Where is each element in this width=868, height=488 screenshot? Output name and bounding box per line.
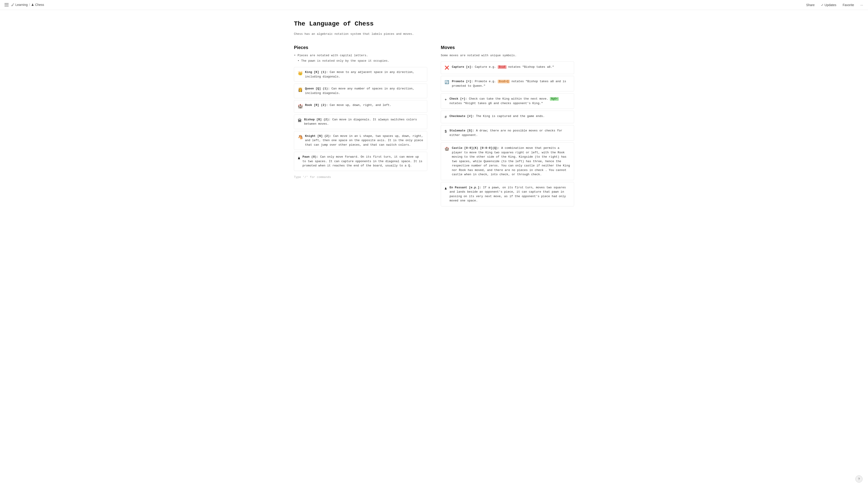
chess-icon: ♟ — [31, 2, 34, 7]
favorite-button[interactable]: Favorite — [841, 2, 856, 8]
move-card-3: # Checkmate [#]: The King is captured an… — [441, 111, 574, 123]
move-desc-before-3: The King is captured and the game ends. — [476, 115, 545, 118]
pieces-column: Pieces Pieces are notated with capital l… — [294, 44, 427, 208]
move-text-6: En Passant [e.p.]: If a pawn, on its fir… — [450, 185, 570, 203]
bullet-2: The pawn is notated only by the space it… — [294, 59, 427, 63]
move-name-4: Stalemate [$]: — [450, 129, 474, 132]
move-icon-4: $ — [445, 129, 447, 134]
move-icon-5: 🏰 — [445, 146, 449, 152]
move-card-2: + Check [+]: Check can take the King wit… — [441, 93, 574, 109]
move-text-1: Promote [=]: Promote e.g. Bxa8=Q notates… — [452, 79, 570, 88]
piece-card-3: 🏛 Bishop [B] (2): Can move in diagonals.… — [294, 115, 427, 129]
move-desc-before-0: Capture e.g. — [475, 65, 496, 69]
page-title: The Language of Chess — [294, 19, 574, 29]
piece-desc-5: Can only move forward. On its first turn… — [303, 155, 423, 167]
breadcrumb-separator: / — [29, 2, 30, 7]
piece-icon-3: 🏛 — [298, 118, 302, 124]
bullet-1: Pieces are notated with capital letters. — [294, 53, 427, 58]
breadcrumb-learning[interactable]: 🖊 Learning — [11, 2, 28, 7]
piece-name-0: King [K] (1): — [305, 70, 328, 74]
piece-name-3: Bishop [B] (2): — [304, 118, 331, 121]
updates-button[interactable]: ✓ Updates — [820, 2, 838, 8]
move-name-3: Checkmate [#]: — [450, 115, 474, 118]
move-text-3: Checkmate [#]: The King is captured and … — [450, 114, 545, 119]
share-button[interactable]: Share — [805, 2, 816, 8]
move-icon-0: ❌ — [445, 65, 449, 71]
piece-card-2: 🏰 Rook [R] (2): Can move up, down, right… — [294, 100, 427, 113]
code-tag-0: Bxa8 — [498, 65, 506, 69]
move-desc-before-2: Check can take the King within the next … — [469, 97, 548, 100]
code-tag-1: Bxa8=Q — [498, 80, 510, 83]
piece-name-5: Pawn (8): — [303, 155, 318, 159]
piece-desc-2: Can move up, down, right, and left. — [330, 103, 391, 107]
piece-card-1: 👸 Queen [Q] (1): Can move any number of … — [294, 84, 427, 98]
move-card-6: ♟ En Passant [e.p.]: If a pawn, on its f… — [441, 182, 574, 206]
piece-text-3: Bishop [B] (2): Can move in diagonals. I… — [304, 118, 423, 126]
move-text-4: Stalemate [$]: A draw; there are no poss… — [450, 129, 570, 137]
move-text-5: Castle [0-0](K) [0-0-0](Q): A combinatio… — [452, 146, 570, 177]
move-icon-6: ♟ — [445, 186, 447, 191]
piece-icon-5: ♟ — [298, 155, 300, 161]
topbar-left: 🖊 Learning / ♟ Chess — [4, 2, 44, 7]
learning-icon: 🖊 — [11, 2, 14, 7]
piece-icon-0: 👑 — [298, 70, 303, 77]
piece-text-1: Queen [Q] (1): Can move any number of sp… — [305, 87, 423, 95]
breadcrumb-chess[interactable]: ♟ Chess — [31, 2, 44, 7]
move-name-2: Check [+]: — [450, 97, 467, 100]
move-name-1: Promote [=]: — [452, 80, 473, 83]
move-text-0: Capture [x]: Capture e.g. Bxa8 notates "… — [452, 65, 554, 69]
move-card-4: $ Stalemate [$]: A draw; there are no po… — [441, 125, 574, 141]
breadcrumb-learning-label: Learning — [16, 2, 28, 7]
move-desc-before-1: Promote e.g. — [475, 80, 496, 83]
move-icon-3: # — [445, 115, 447, 120]
cmd-prompt[interactable]: Type '/' for commands — [294, 173, 427, 182]
piece-text-0: King [K] (1): Can move to any adjacent s… — [305, 70, 423, 79]
piece-name-2: Rook [R] (2): — [305, 103, 328, 107]
two-columns: Pieces Pieces are notated with capital l… — [294, 44, 574, 208]
pieces-bullets: Pieces are notated with capital letters.… — [294, 53, 427, 64]
move-desc-after-0: notates "Bishop takes a8." — [508, 65, 554, 69]
pieces-heading: Pieces — [294, 44, 427, 51]
move-icon-1: 🔄 — [445, 80, 449, 85]
page-subtitle: Chess has an algebraic notation system t… — [294, 32, 574, 37]
move-name-5: Castle [0-0](K) [0-0-0](Q): — [452, 146, 499, 150]
more-button[interactable]: ··· — [859, 2, 864, 8]
topbar: 🖊 Learning / ♟ Chess Share ✓ Updates Fav… — [0, 0, 868, 10]
piece-icon-1: 👸 — [298, 87, 303, 93]
piece-card-4: 🐴 Knight [N] (2): Can move in an L shape… — [294, 131, 427, 150]
move-card-1: 🔄 Promote [=]: Promote e.g. Bxa8=Q notat… — [441, 76, 574, 92]
menu-icon[interactable] — [4, 2, 9, 7]
moves-heading: Moves — [441, 44, 574, 51]
piece-icon-2: 🏰 — [298, 103, 303, 110]
move-desc-after-2: notates "Knight takes g6 and checks oppo… — [450, 102, 543, 105]
move-cards: ❌ Capture [x]: Capture e.g. Bxa8 notates… — [441, 61, 574, 206]
move-card-5: 🏰 Castle [0-0](K) [0-0-0](Q): A combinat… — [441, 142, 574, 180]
piece-name-1: Queen [Q] (1): — [305, 87, 330, 90]
piece-name-4: Knight [N] (2): — [305, 134, 332, 138]
piece-card-0: 👑 King [K] (1): Can move to any adjacent… — [294, 67, 427, 82]
piece-icon-4: 🐴 — [298, 134, 303, 141]
move-icon-2: + — [445, 97, 447, 102]
move-name-0: Capture [x]: — [452, 65, 473, 69]
move-desc-before-5: A combination move that permits a player… — [452, 146, 570, 176]
moves-intro: Some moves are notated with unique symbo… — [441, 53, 574, 58]
code-tag-2: Ng6+ — [550, 97, 559, 101]
breadcrumb-chess-label: Chess — [35, 2, 44, 7]
piece-text-2: Rook [R] (2): Can move up, down, right, … — [305, 103, 391, 107]
piece-cards: 👑 King [K] (1): Can move to any adjacent… — [294, 67, 427, 171]
main-content: The Language of Chess Chess has an algeb… — [276, 10, 592, 217]
move-name-6: En Passant [e.p.]: — [450, 186, 481, 189]
breadcrumb: 🖊 Learning / ♟ Chess — [11, 2, 44, 7]
topbar-actions: Share ✓ Updates Favorite ··· — [805, 2, 864, 8]
move-card-0: ❌ Capture [x]: Capture e.g. Bxa8 notates… — [441, 61, 574, 74]
move-text-2: Check [+]: Check can take the King withi… — [450, 97, 570, 105]
piece-text-5: Pawn (8): Can only move forward. On its … — [303, 155, 423, 168]
piece-text-4: Knight [N] (2): Can move in an L shape, … — [305, 134, 423, 147]
moves-column: Moves Some moves are notated with unique… — [441, 44, 574, 208]
piece-card-5: ♟ Pawn (8): Can only move forward. On it… — [294, 152, 427, 171]
